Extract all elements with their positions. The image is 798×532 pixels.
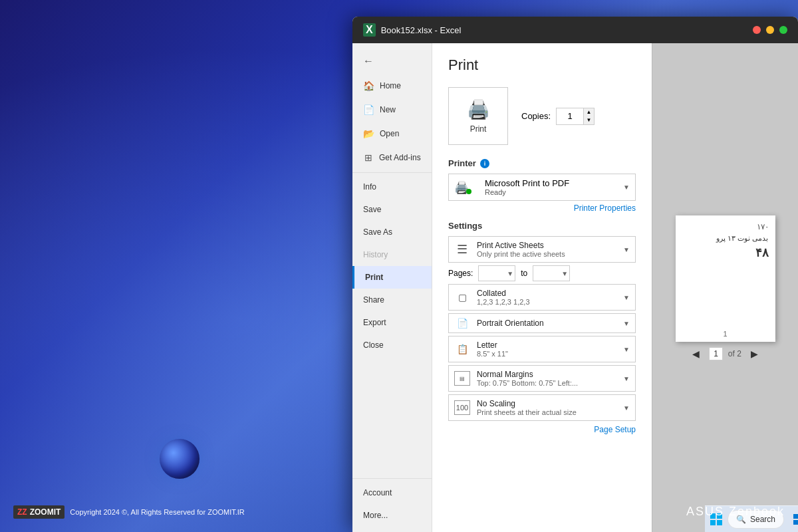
open-icon: 📂 [363,128,374,139]
preview-number: ۴۸ [755,245,769,260]
copies-up-button[interactable]: ▲ [583,108,594,116]
printer-status: Ready [485,188,618,196]
new-icon: 📄 [363,104,374,115]
watermark: ZZ ZOOMIT Copyright 2024 ©, All Rights R… [13,505,245,519]
page-of-total: of 2 [728,349,741,358]
sidebar-item-save[interactable]: Save [352,198,432,221]
taskbar-icons: 🐬 🗂️ 📹 🦊 🌐 [789,510,798,529]
title-bar-left: X Book152.xlsx - Excel [363,23,461,37]
sidebar-item-label: Export [363,318,386,327]
printer-select[interactable]: 🖨️ Microsoft Print to PDF Ready ▼ [448,174,636,201]
orientation-arrow: ▼ [623,320,630,327]
excel-window: X Book152.xlsx - Excel ← 🏠 Home 📄 New [352,17,798,532]
sidebar-item-home[interactable]: 🏠 Home [352,74,432,98]
sidebar-item-export[interactable]: Export [352,311,432,334]
setting-paper-sub: 8.5" x 11" [477,350,616,358]
sidebar-item-print[interactable]: Print [352,266,432,289]
sidebar-item-account[interactable]: Account [352,481,432,504]
sidebar-item-more[interactable]: More... [352,504,432,527]
setting-orientation[interactable]: 📄 Portrait Orientation ▼ [448,313,636,333]
sidebar-item-label: Save As [363,227,392,237]
setting-orientation-text: Portrait Orientation [477,319,616,328]
close-btn[interactable] [753,26,761,34]
sidebar-item-share[interactable]: Share [352,289,432,311]
printer-properties-link[interactable]: Printer Properties [448,203,636,213]
addins-icon: ⊞ [363,152,374,163]
sidebar-item-label: Print [365,273,383,282]
sheets-arrow: ▼ [623,246,630,253]
pages-to-spinner[interactable]: ▼ [560,270,569,277]
next-page-button[interactable]: ▶ [747,347,762,360]
settings-title: Settings [448,221,636,231]
scaling-icon: 100 [454,400,470,415]
preview-area: ۱۷۰ بدمی نوت ۱۳ پرو ۴۸ 1 ◀ 1 of 2 ▶ [652,43,798,532]
taskbar-windows-icon[interactable] [789,510,798,529]
sidebar-item-addins[interactable]: ⊞ Get Add-ins [352,146,432,170]
copies-input[interactable] [557,108,583,124]
sidebar-item-close[interactable]: Close [352,334,432,356]
page-setup-link[interactable]: Page Setup [448,425,636,434]
svg-rect-4 [793,514,798,519]
watermark-logo: ZZ ZOOMIT [13,505,65,519]
copies-label: Copies: [521,111,551,121]
watermark-text: Copyright 2024 ©, All Rights Reserved fo… [70,508,244,516]
setting-collated-sub: 1,2,3 1,2,3 1,2,3 [477,298,616,306]
setting-scaling-sub: Print sheets at their actual size [477,408,616,416]
print-action-row: 🖨️ Print Copies: ▲ ▼ [448,87,636,145]
setting-paper-text: Letter 8.5" x 11" [477,340,616,358]
copies-row: Copies: ▲ ▼ [521,108,595,125]
collated-arrow: ▼ [623,294,630,301]
margins-arrow: ▼ [623,375,630,382]
setting-scaling[interactable]: 100 No Scaling Print sheets at their act… [448,394,636,421]
sidebar-item-history[interactable]: History [352,243,432,266]
svg-rect-3 [717,520,722,525]
copies-down-button[interactable]: ▼ [583,116,594,124]
collated-icon: ▢ [454,292,470,303]
sidebar-item-label: Share [363,295,384,305]
setting-sheets-main: Print Active Sheets [477,241,616,250]
maximize-btn[interactable] [779,26,787,34]
sidebar-item-open[interactable]: 📂 Open [352,122,432,146]
setting-margins[interactable]: ▤ Normal Margins Top: 0.75" Bottom: 0.75… [448,365,636,392]
preview-sheet: ۱۷۰ بدمی نوت ۱۳ پرو ۴۸ 1 [676,215,775,342]
svg-rect-2 [710,520,716,525]
orientation-icon: 📄 [454,318,470,329]
minimize-btn[interactable] [766,26,774,34]
sidebar-divider [352,172,432,173]
print-panel: Print 🖨️ Print Copies: ▲ ▼ [432,43,652,532]
setting-paper-main: Letter [477,340,616,350]
window-title: Book152.xlsx - Excel [381,25,462,35]
sidebar-divider-bottom [352,478,432,479]
setting-paper[interactable]: 📋 Letter 8.5" x 11" ▼ [448,336,636,362]
setting-scaling-text: No Scaling Print sheets at their actual … [477,399,616,416]
preview-number-top: ۱۷۰ [757,222,769,231]
home-icon: 🏠 [363,80,374,91]
setting-margins-main: Normal Margins [477,370,616,379]
sidebar-item-saveas[interactable]: Save As [352,221,432,243]
sidebar-item-new[interactable]: 📄 New [352,98,432,122]
pages-from-spinner[interactable]: ▼ [505,270,515,277]
setting-sheets-sub: Only print the active sheets [477,250,616,258]
printer-info-icon[interactable]: i [480,159,489,168]
sidebar-item-label: Home [380,81,401,90]
paper-arrow: ▼ [623,346,630,353]
copies-spinners: ▲ ▼ [583,108,594,124]
sidebar-item-label: More... [363,511,388,520]
sidebar-item-label: New [380,105,396,114]
pages-from-input[interactable] [479,266,505,281]
setting-collated-main: Collated [477,289,616,298]
back-button[interactable]: ← [352,49,432,74]
setting-orientation-main: Portrait Orientation [477,319,616,328]
sidebar-item-info[interactable]: Info [352,176,432,198]
setting-scaling-main: No Scaling [477,399,616,408]
decorative-sphere [160,439,200,479]
setting-collated[interactable]: ▢ Collated 1,2,3 1,2,3 1,2,3 ▼ [448,284,636,311]
sidebar-item-label: Info [363,182,376,192]
pages-to-input[interactable] [533,266,560,281]
setting-sheets[interactable]: ☰ Print Active Sheets Only print the act… [448,236,636,263]
prev-page-button[interactable]: ◀ [688,347,704,360]
asus-label: ASUS Zenbook [686,505,785,519]
setting-sheets-text: Print Active Sheets Only print the activ… [477,241,616,258]
print-button[interactable]: 🖨️ Print [448,87,508,145]
sheets-icon: ☰ [454,242,470,257]
